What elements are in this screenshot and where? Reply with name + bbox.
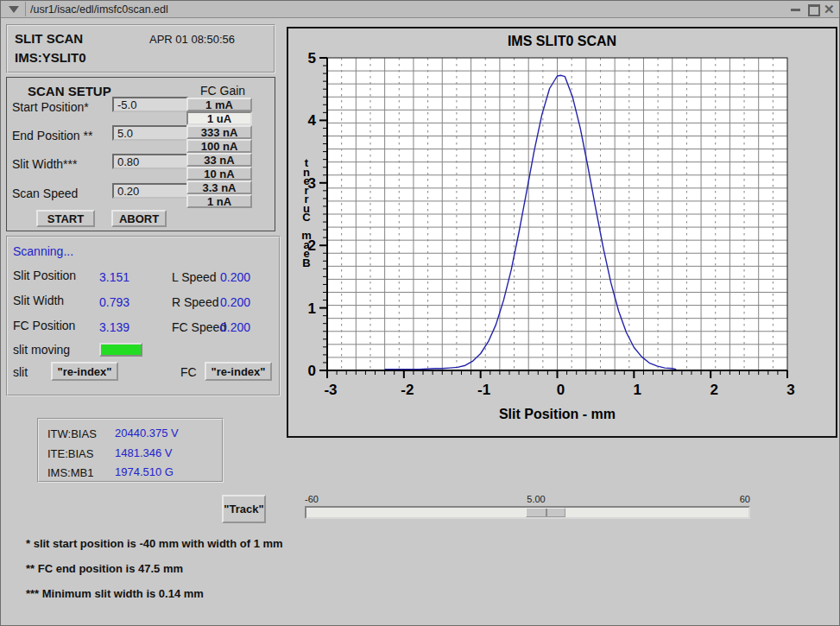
fc-gain-option-10na[interactable]: 10 nA xyxy=(186,167,252,180)
app-window: /usr1/isac/edl/imsfc0scan.edl ✕ SLIT SCA… xyxy=(0,0,840,626)
svg-text:1: 1 xyxy=(634,382,641,398)
minimize-icon xyxy=(791,9,800,11)
l-speed-label: L Speed xyxy=(172,270,217,284)
window-menu-button[interactable] xyxy=(3,2,26,16)
scan-setup-title: SCAN SETUP xyxy=(28,84,111,98)
slider-value-label: 5.00 xyxy=(527,494,545,504)
svg-text:5: 5 xyxy=(308,50,316,66)
r-speed-label: R Speed xyxy=(172,295,218,309)
r-speed-value: 0.200 xyxy=(220,295,250,309)
maximize-icon xyxy=(808,4,820,16)
footnote-2: ** FC end position is 47.5 mm xyxy=(26,562,183,575)
slider-thumb-grip xyxy=(546,509,547,516)
scan-speed-label: Scan Speed xyxy=(12,187,78,200)
header-panel: SLIT SCAN IMS:YSLIT0 APR 01 08:50:56 xyxy=(6,24,275,73)
scan-plot: 012345-3-2-10123Slit Position - mmtnerru… xyxy=(288,28,836,436)
start-position-label: Start Position* xyxy=(12,100,89,114)
fc-gain-option-3.3na[interactable]: 3.3 nA xyxy=(186,180,252,194)
slit-label: slit xyxy=(13,365,28,379)
scan-status-panel: Scanning... Slit Position 3.151 L Speed … xyxy=(6,236,281,396)
scan-state-text: Scanning... xyxy=(13,244,73,258)
fc-gain-option-1ua[interactable]: 1 uA xyxy=(186,111,252,125)
slit-moving-indicator xyxy=(99,343,142,357)
fc-gain-label: FC Gain xyxy=(200,84,245,98)
slit-reindex-button[interactable]: "re-index" xyxy=(51,362,118,381)
end-position-label: End Position ** xyxy=(12,129,92,142)
close-button[interactable]: ✕ xyxy=(824,3,837,15)
abort-button[interactable]: ABORT xyxy=(111,210,167,227)
track-button[interactable]: "Track" xyxy=(222,495,266,523)
close-icon: ✕ xyxy=(824,2,835,17)
itw-bias-value: 20440.375 V xyxy=(115,427,179,439)
itw-bias-label: ITW:BIAS xyxy=(47,427,97,440)
svg-text:B: B xyxy=(302,256,310,269)
fc-gain-option-100na[interactable]: 100 nA xyxy=(186,139,252,153)
scan-setup-panel: SCAN SETUP FC Gain Start Position* End P… xyxy=(6,77,275,231)
fc-position-slider[interactable] xyxy=(305,506,750,519)
svg-text:4: 4 xyxy=(308,112,317,129)
slit-width-label: Slit Width*** xyxy=(12,157,77,171)
fc-gain-option-1ma[interactable]: 1 mA xyxy=(186,98,252,111)
timestamp: APR 01 08:50:56 xyxy=(149,33,235,46)
svg-text:C: C xyxy=(302,211,311,224)
footnote-3: *** Minimum slit width is 0.14 mm xyxy=(26,587,204,600)
fc-gain-option-1na[interactable]: 1 nA xyxy=(186,194,252,208)
svg-text:1: 1 xyxy=(308,300,316,317)
fc-label: FC xyxy=(180,365,197,379)
end-position-input[interactable] xyxy=(112,125,188,141)
ims-mb1-label: IMS:MB1 xyxy=(47,466,93,479)
ite-bias-value: 1481.346 V xyxy=(115,446,173,459)
slider-thumb[interactable] xyxy=(526,508,565,517)
slit-width-status-label: Slit Width xyxy=(13,294,64,307)
slit-moving-label: slit moving xyxy=(13,343,70,357)
slider-max-label: 60 xyxy=(726,494,750,504)
fc-gain-option-33na[interactable]: 33 nA xyxy=(186,153,252,167)
svg-text:-2: -2 xyxy=(401,382,414,398)
fc-gain-option-333na[interactable]: 333 nA xyxy=(186,125,252,139)
window-title: /usr1/isac/edl/imsfc0scan.edl xyxy=(30,1,168,18)
slider-min-label: -60 xyxy=(305,494,319,504)
footnote-1: * slit start position is -40 mm with wid… xyxy=(26,537,283,550)
ite-bias-label: ITE:BIAS xyxy=(47,447,93,460)
fc-reindex-button[interactable]: "re-index" xyxy=(205,362,272,381)
fc-position-value: 3.139 xyxy=(99,320,129,334)
start-position-input[interactable] xyxy=(112,97,188,112)
svg-text:-1: -1 xyxy=(477,382,490,398)
slit-width-status-value: 0.793 xyxy=(99,295,129,309)
svg-text:2: 2 xyxy=(710,382,717,398)
fc-speed-label: FC Speed xyxy=(172,320,226,334)
start-button[interactable]: START xyxy=(36,210,95,227)
ims-mb1-value: 1974.510 G xyxy=(115,465,174,478)
chart-frame: IMS SLIT0 SCAN 012345-3-2-10123Slit Posi… xyxy=(287,27,837,438)
bias-panel: ITW:BIAS 20440.375 V ITE:BIAS 1481.346 V… xyxy=(37,418,224,483)
minimize-button[interactable] xyxy=(789,3,803,15)
maximize-button[interactable] xyxy=(806,3,820,15)
slit-position-label: Slit Position xyxy=(13,269,76,282)
svg-text:Slit Position - mm: Slit Position - mm xyxy=(499,407,616,421)
slit-width-input[interactable] xyxy=(112,154,188,169)
device-name: IMS:YSLIT0 xyxy=(15,50,86,65)
chevron-down-icon xyxy=(9,6,19,13)
fc-position-label: FC Position xyxy=(13,319,75,332)
l-speed-value: 0.200 xyxy=(220,270,250,284)
window-titlebar: /usr1/isac/edl/imsfc0scan.edl ✕ xyxy=(1,1,840,18)
svg-text:0: 0 xyxy=(557,382,565,398)
svg-text:0: 0 xyxy=(308,363,316,379)
svg-text:-3: -3 xyxy=(324,382,337,398)
svg-text:3: 3 xyxy=(786,382,794,398)
fc-speed-value: 0.200 xyxy=(220,320,250,334)
slit-position-value: 3.151 xyxy=(99,270,129,284)
scan-speed-input[interactable] xyxy=(112,183,188,199)
page-title: SLIT SCAN xyxy=(15,31,83,46)
